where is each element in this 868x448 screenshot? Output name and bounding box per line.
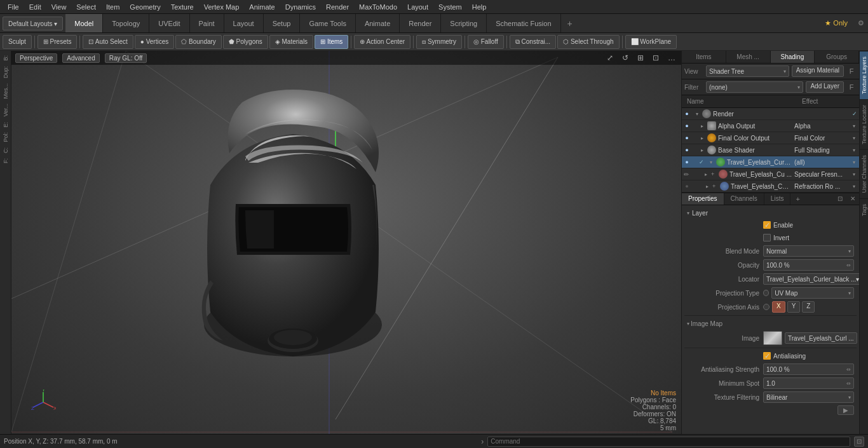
props-tab-add[interactable]: + (790, 193, 804, 205)
menu-maxtomodo[interactable]: MaxToModo (354, 2, 402, 12)
axis-z-button[interactable]: Z (802, 301, 815, 313)
axis-x-button[interactable]: X (772, 301, 785, 313)
tab-render[interactable]: Render (400, 14, 441, 32)
falloff-button[interactable]: ◎ Falloff (468, 35, 504, 49)
sidebar-item-pol[interactable]: Pol: (2, 130, 10, 144)
shader-row-baseshader[interactable]: ● ▸ Base Shader Full Shading ▾ (682, 144, 859, 156)
tab-game-tools[interactable]: Game Tools (300, 14, 356, 32)
command-input[interactable] (487, 437, 850, 447)
forward-button[interactable]: ▶ (837, 405, 854, 415)
viewport-settings-icon[interactable]: … (666, 53, 677, 63)
rp-tab-shading[interactable]: Shading (771, 51, 815, 63)
sidebar-item-dup[interactable]: Dup: (2, 64, 10, 80)
antialiasing-strength-field[interactable]: 100.0 % ⇔ (763, 363, 854, 375)
projection-type-radio[interactable] (763, 290, 769, 296)
props-tab-lists[interactable]: Lists (764, 193, 791, 205)
shader-row-refraction[interactable]: ● ▸ + Travel_Eyelash_Cu ... Refraction R… (682, 180, 859, 193)
tab-layout[interactable]: Layout (224, 14, 264, 32)
status-icon-button[interactable]: ⊡ (854, 437, 864, 447)
viewport-rotate-icon[interactable]: ↺ (620, 53, 630, 63)
props-tab-icon-2[interactable]: ✕ (846, 193, 859, 205)
image-name-field[interactable]: Travel_Eyelash_Curl ... (785, 332, 857, 344)
tab-model[interactable]: Model (65, 14, 103, 32)
assign-material-button[interactable]: Assign Material (792, 65, 844, 77)
materials-button[interactable]: ◈ Materials (269, 35, 313, 49)
shader-row-material[interactable]: ● ✓ ▾ Travel_Eyelash_Curle ... (all) ▾ (682, 156, 859, 168)
menu-animate[interactable]: Animate (244, 2, 280, 12)
vtab-user-channels[interactable]: User Channels (860, 149, 868, 198)
menu-vertex-map[interactable]: Vertex Map (199, 2, 245, 12)
tab-paint[interactable]: Paint (190, 14, 224, 32)
viewport-3d[interactable]: No Items Polygons : Face Channels: 0 Def… (11, 51, 681, 434)
shader-row-finalcolor[interactable]: ● ▸ Final Color Output Final Color ▾ (682, 132, 859, 144)
menu-help[interactable]: Help (467, 2, 492, 12)
antialiasing-checkbox[interactable]: ✓ (763, 352, 771, 360)
sidebar-item-e[interactable]: E: (2, 120, 10, 130)
locator-field[interactable]: Travel_Eyelash_Curler_black ... ▾ (763, 273, 859, 285)
props-tab-channels[interactable]: Channels (724, 193, 764, 205)
tab-add-button[interactable]: + (561, 14, 579, 32)
sidebar-item-mesh[interactable]: Mes... (2, 81, 10, 101)
shader-row-render[interactable]: ● ▾ Render ✓ (682, 108, 859, 120)
vtab-texture-locator[interactable]: Texture Locator (860, 99, 868, 149)
advanced-button[interactable]: Advanced (62, 53, 99, 63)
action-center-button[interactable]: ⊕ Action Center (354, 35, 410, 49)
shader-row-alpha[interactable]: ● ▸ Alpha Output Alpha ▾ (682, 120, 859, 132)
tab-topology[interactable]: Topology (103, 14, 149, 32)
tab-scripting[interactable]: Scripting (441, 14, 487, 32)
presets-button[interactable]: ⊞ Presets (37, 35, 78, 49)
rp-tab-groups[interactable]: Groups (815, 51, 859, 63)
layout-selector[interactable]: Default Layouts ▾ (3, 17, 63, 31)
rp-tab-mesh[interactable]: Mesh ... (726, 51, 771, 63)
viewport[interactable]: Perspective Advanced Ray GL: Off ⤢ ↺ ⊞ ⊡… (11, 51, 681, 434)
menu-dynamics[interactable]: Dynamics (280, 2, 321, 12)
menu-item[interactable]: Item (101, 2, 125, 12)
projection-axis-radio[interactable] (763, 304, 770, 310)
vtab-tags[interactable]: Tags (860, 198, 868, 221)
menu-file[interactable]: File (3, 2, 24, 12)
texture-filtering-dropdown[interactable]: Bilinear ▾ (763, 391, 854, 403)
vis-material[interactable]: ● (682, 159, 692, 165)
perspective-button[interactable]: Perspective (15, 53, 57, 63)
tab-uvedit[interactable]: UVEdit (149, 14, 189, 32)
vis-alpha[interactable]: ● (682, 123, 692, 129)
invert-checkbox[interactable] (763, 234, 771, 241)
menu-edit[interactable]: Edit (24, 2, 46, 12)
constraints-button[interactable]: ⧉ Constrai... (510, 35, 556, 49)
vis-finalcolor[interactable]: ● (682, 135, 692, 141)
blend-mode-dropdown[interactable]: Normal ▾ (763, 245, 854, 257)
vtab-texture-layers[interactable]: Texture Layers (860, 51, 868, 99)
tab-gear-icon[interactable]: ⚙ (854, 19, 868, 27)
menu-select[interactable]: Select (71, 2, 101, 12)
enable-checkbox[interactable]: ✓ (763, 221, 771, 229)
sidebar-item-f[interactable]: F: (2, 156, 10, 165)
vertices-button[interactable]: ● Vertices (135, 35, 174, 49)
view-dropdown[interactable]: Shader Tree ▾ (706, 65, 789, 77)
rp-tab-items[interactable]: Items (682, 51, 726, 63)
axis-y-button[interactable]: Y (787, 301, 801, 313)
sidebar-item-vert[interactable]: Ver... (2, 102, 10, 119)
viewport-grid-icon[interactable]: ⊞ (635, 53, 646, 63)
filter-f-shortcut[interactable]: F (846, 83, 857, 91)
shader-row-specular[interactable]: ✏ ▸ + Travel_Eyelash_Cu ... Specular Fre… (682, 168, 859, 180)
viewport-camera-icon[interactable]: ⊡ (651, 53, 661, 63)
menu-render[interactable]: Render (321, 2, 354, 12)
vis-refraction[interactable]: ● (682, 183, 692, 189)
vis-baseshader[interactable]: ● (682, 147, 692, 153)
boundary-button[interactable]: ⬠ Boundary (175, 35, 222, 49)
workplane-button[interactable]: ⬜ WorkPlane (625, 35, 677, 49)
status-arrow[interactable]: › (481, 437, 484, 446)
sidebar-item-b[interactable]: B: (2, 53, 10, 63)
section-layer[interactable]: ▾ Layer (684, 208, 857, 219)
menu-view[interactable]: View (46, 2, 72, 12)
projection-type-dropdown[interactable]: UV Map ▾ (771, 287, 854, 299)
tab-schematic-fusion[interactable]: Schematic Fusion (487, 14, 560, 32)
auto-select-button[interactable]: ⊡ Auto Select (83, 35, 133, 49)
tab-setup[interactable]: Setup (264, 14, 301, 32)
vis-render[interactable]: ● (682, 111, 692, 117)
sculpt-button[interactable]: Sculpt (3, 35, 32, 49)
props-tab-properties[interactable]: Properties (682, 193, 724, 205)
check-material[interactable]: ✓ (697, 159, 706, 165)
sidebar-item-c[interactable]: C: (2, 146, 10, 155)
menu-texture[interactable]: Texture (166, 2, 199, 12)
